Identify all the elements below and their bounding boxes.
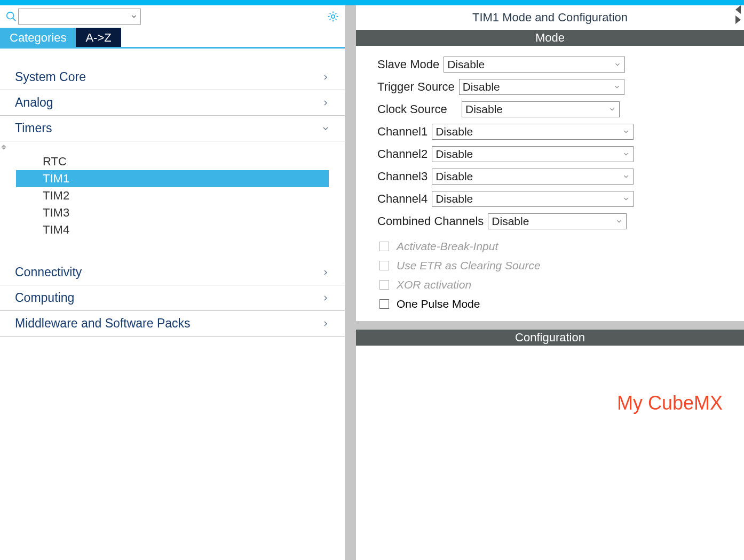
chevron-right-icon xyxy=(321,294,330,302)
watermark-text: My CubeMX xyxy=(617,392,723,414)
panel-collapse-arrows[interactable] xyxy=(735,5,744,43)
group-timers[interactable]: Timers xyxy=(0,116,345,141)
group-analog[interactable]: Analog xyxy=(0,90,345,116)
channel1-select[interactable]: Disable xyxy=(432,124,634,140)
sidebar-item-tim3[interactable]: TIM3 xyxy=(16,204,329,221)
chevron-right-icon xyxy=(321,268,330,277)
svg-marker-3 xyxy=(1,145,6,147)
channel3-select[interactable]: Disable xyxy=(432,169,634,185)
channel4-label: Channel4 xyxy=(377,192,428,206)
arrow-right-icon xyxy=(735,15,741,24)
chevron-down-icon xyxy=(622,150,630,158)
svg-marker-4 xyxy=(1,148,6,150)
svg-point-0 xyxy=(7,12,14,19)
chevron-down-icon xyxy=(321,124,330,133)
xor-label: XOR activation xyxy=(397,278,471,291)
channel2-select[interactable]: Disable xyxy=(432,146,634,162)
select-value: Disable xyxy=(492,215,529,228)
use-etr-checkbox xyxy=(379,261,389,270)
mode-body: Slave Mode Disable Trigger Source Disabl… xyxy=(356,46,744,321)
select-value: Disable xyxy=(436,148,473,161)
search-input[interactable] xyxy=(18,9,141,25)
clock-source-select[interactable]: Disable xyxy=(462,101,620,117)
group-label: Analog xyxy=(15,95,53,110)
select-value: Disable xyxy=(436,125,473,138)
trigger-source-label: Trigger Source xyxy=(377,80,455,94)
sidebar-item-tim4[interactable]: TIM4 xyxy=(16,221,329,238)
group-label: System Core xyxy=(15,70,86,84)
use-etr-label: Use ETR as Clearing Source xyxy=(397,259,541,272)
group-label: Middleware and Software Packs xyxy=(15,316,191,331)
right-panel: TIM1 Mode and Configuration Mode Slave M… xyxy=(356,5,744,560)
one-pulse-checkbox[interactable] xyxy=(379,299,389,309)
tab-categories[interactable]: Categories xyxy=(0,28,76,47)
chevron-right-icon xyxy=(321,99,330,107)
mode-section-header: Mode xyxy=(356,30,744,46)
vertical-splitter[interactable] xyxy=(345,5,356,560)
sidebar-item-tim2[interactable]: TIM2 xyxy=(16,187,329,204)
sidebar-item-rtc[interactable]: RTC xyxy=(16,153,329,170)
top-accent-bar xyxy=(0,0,744,5)
select-value: Disable xyxy=(436,170,473,183)
panel-title: TIM1 Mode and Configuration xyxy=(356,5,744,30)
slave-mode-select[interactable]: Disable xyxy=(444,57,625,73)
trigger-source-select[interactable]: Disable xyxy=(459,79,624,95)
group-label: Timers xyxy=(15,121,52,135)
chevron-down-icon xyxy=(608,106,616,113)
tabs: Categories A->Z xyxy=(0,28,345,49)
search-row xyxy=(0,5,345,28)
activate-break-label: Activate-Break-Input xyxy=(397,240,498,253)
collapse-handle-icon[interactable] xyxy=(0,141,345,153)
group-middleware[interactable]: Middleware and Software Packs xyxy=(0,311,345,337)
sidebar-item-tim1[interactable]: TIM1 xyxy=(16,170,329,187)
group-system-core[interactable]: System Core xyxy=(0,65,345,90)
tab-az[interactable]: A->Z xyxy=(76,28,121,47)
channel4-select[interactable]: Disable xyxy=(432,191,634,207)
timers-sublist: RTC TIM1 TIM2 TIM3 TIM4 xyxy=(16,153,329,238)
svg-line-1 xyxy=(13,18,15,21)
chevron-down-icon xyxy=(613,83,621,91)
chevron-down-icon xyxy=(614,61,621,68)
activate-break-checkbox xyxy=(379,242,389,251)
chevron-down-icon xyxy=(622,128,630,135)
chevron-down-icon xyxy=(622,195,630,203)
select-value: Disable xyxy=(463,81,500,93)
chevron-right-icon xyxy=(321,73,330,82)
select-value: Disable xyxy=(436,193,473,205)
select-value: Disable xyxy=(465,103,503,116)
channel2-label: Channel2 xyxy=(377,147,428,161)
channel1-label: Channel1 xyxy=(377,125,428,139)
arrow-left-icon xyxy=(735,5,741,14)
svg-point-2 xyxy=(331,15,335,18)
search-icon xyxy=(5,11,17,22)
left-panel: Categories A->Z System Core Analog Timer… xyxy=(0,5,345,560)
combined-channels-select[interactable]: Disable xyxy=(488,213,627,229)
group-computing[interactable]: Computing xyxy=(0,285,345,311)
combined-channels-label: Combined Channels xyxy=(377,214,484,228)
group-label: Computing xyxy=(15,291,74,305)
configuration-section-header: Configuration xyxy=(356,330,744,346)
select-value: Disable xyxy=(447,58,485,71)
slave-mode-label: Slave Mode xyxy=(377,58,439,71)
chevron-right-icon xyxy=(321,319,330,328)
clock-source-label: Clock Source xyxy=(377,102,457,116)
channel3-label: Channel3 xyxy=(377,170,428,183)
one-pulse-label: One Pulse Mode xyxy=(397,298,480,310)
gear-icon[interactable] xyxy=(327,10,339,23)
chevron-down-icon xyxy=(622,173,630,180)
chevron-down-icon xyxy=(615,218,623,225)
section-gap xyxy=(356,321,744,330)
group-label: Connectivity xyxy=(15,265,82,279)
xor-checkbox xyxy=(379,280,389,290)
group-connectivity[interactable]: Connectivity xyxy=(0,260,345,285)
